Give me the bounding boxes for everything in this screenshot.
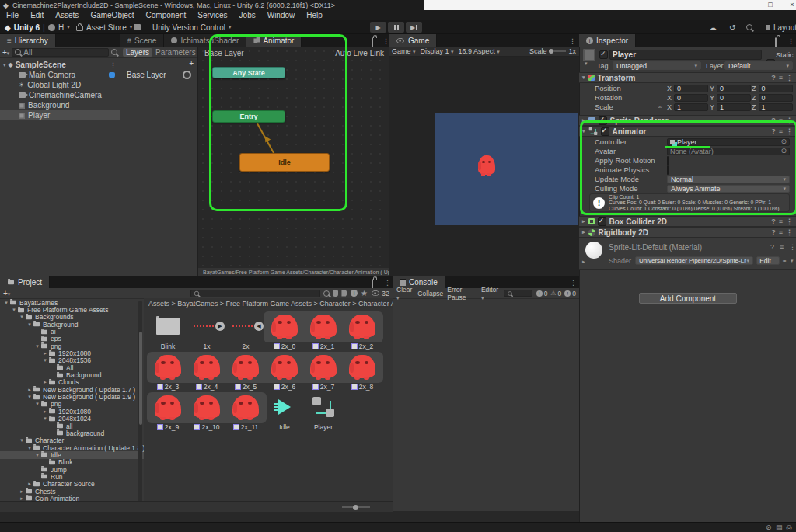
project-tree-item-background[interactable]: Background xyxy=(0,371,144,378)
project-tree-scrollbar[interactable] xyxy=(138,301,142,509)
hierarchy-item-player[interactable]: Player xyxy=(0,110,120,120)
axis-input[interactable]: 0 xyxy=(717,94,751,102)
label-icon[interactable] xyxy=(341,290,347,297)
game-view-mode-dropdown[interactable]: Game ▾ xyxy=(392,47,416,55)
maximize-button[interactable]: □ xyxy=(762,0,779,10)
asset-2x-7[interactable]: 2x_7 xyxy=(304,352,343,391)
project-tree-item-png[interactable]: ▾png xyxy=(0,401,144,408)
project-tree-item-character[interactable]: ▾Character xyxy=(0,437,144,444)
project-tree-item-free-platform-game-assets[interactable]: ▾Free Platform Game Assets xyxy=(0,306,144,313)
play-button[interactable]: ▶ xyxy=(370,22,386,33)
asset-2x-4[interactable]: 2x_4 xyxy=(187,352,226,391)
tag-dropdown[interactable]: Untagged▾ xyxy=(613,61,701,70)
menu-item-edit[interactable]: Edit xyxy=(30,11,44,19)
console-search-input[interactable] xyxy=(504,290,532,297)
layout-dropdown[interactable]: Layout▾ xyxy=(763,20,796,34)
help-icon[interactable]: ? xyxy=(771,116,776,124)
camera-toggle-icon[interactable] xyxy=(109,72,115,78)
presets-icon[interactable]: ≡ xyxy=(779,127,783,135)
menu-item-assets[interactable]: Assets xyxy=(55,11,79,19)
kebab-icon[interactable]: ⋮ xyxy=(786,228,793,236)
menu-item-gameobject[interactable]: GameObject xyxy=(90,11,134,19)
hierarchy-item-background[interactable]: Background xyxy=(0,100,120,110)
tab-scene[interactable]: #Scene xyxy=(120,34,164,47)
axis-input[interactable]: 1 xyxy=(759,103,793,111)
property-value[interactable] xyxy=(667,157,790,165)
project-tree-item-character-source[interactable]: ▸Character Source xyxy=(0,481,144,488)
project-tree-item-chests[interactable]: ▸Chests xyxy=(0,488,144,495)
project-tree-item-backgrounds[interactable]: ▾Backgrounds xyxy=(0,314,144,321)
property-value[interactable]: Normal▾ xyxy=(667,176,790,183)
project-tree-item-png[interactable]: ▾png xyxy=(0,342,144,349)
tab-hierarchy[interactable]: ≡Hierarchy xyxy=(0,34,56,47)
project-tree-item-character-animation-update-1-8-[interactable]: ▾Character Animation ( Update 1.8 ) xyxy=(0,444,144,451)
project-lock-icon[interactable] xyxy=(372,280,373,288)
asset-2x-9[interactable]: 2x_9 xyxy=(148,392,187,431)
static-caret[interactable]: ▾ xyxy=(788,52,791,58)
component-enabled-checkbox[interactable] xyxy=(598,217,606,226)
property-value[interactable]: Always Animate▾ xyxy=(667,185,790,193)
scale-slider[interactable]: Scale 1x xyxy=(529,47,576,55)
help-icon[interactable]: ? xyxy=(771,74,776,82)
project-tree-item-backgraound[interactable]: backgraound xyxy=(0,429,144,436)
project-tree-item-blink[interactable]: Blink xyxy=(0,459,144,466)
search-in-icon[interactable] xyxy=(323,290,330,297)
hidden-count[interactable]: 32 xyxy=(371,290,389,297)
menu-item-component[interactable]: Component xyxy=(146,11,187,19)
axis-input[interactable]: 0 xyxy=(759,85,793,92)
project-tree-item-clouds[interactable]: ▸Clouds xyxy=(0,379,144,386)
help-icon[interactable]: ? xyxy=(771,127,776,135)
account-button[interactable]: H▾ xyxy=(48,20,70,34)
state-node-entry[interactable]: Entry xyxy=(212,110,285,123)
hierarchy-item-global-light-2d[interactable]: ☀Global Light 2D xyxy=(0,80,120,90)
foldout-caret[interactable]: ▸ xyxy=(26,387,33,393)
presets-icon[interactable]: ≡ xyxy=(779,116,783,124)
project-tree-item-new-background-update-1-7-[interactable]: ▸New Background ( Update 1.7 ) xyxy=(0,386,144,393)
project-tree-item-all[interactable]: All xyxy=(0,364,144,371)
minimize-button[interactable]: — xyxy=(737,0,754,10)
console-error-pause-button[interactable]: Error Pause xyxy=(447,286,477,301)
add-component-button[interactable]: Add Component xyxy=(639,293,737,304)
menu-item-window[interactable]: Window xyxy=(267,11,295,19)
search-icon[interactable] xyxy=(746,20,752,34)
foldout-caret[interactable]: ▸ xyxy=(42,350,48,356)
object-picker-icon[interactable]: ⊙ xyxy=(780,138,787,145)
project-breadcrumb[interactable]: Assets > BayatGames > Free Platform Game… xyxy=(144,298,393,309)
notifications-muted-icon[interactable]: ⊘ xyxy=(766,523,772,531)
property-checkbox[interactable] xyxy=(667,165,669,175)
material-foldout-caret[interactable]: ▸ xyxy=(582,259,585,265)
axis-input[interactable]: 1 xyxy=(717,103,751,111)
shader-dropdown[interactable]: Universal Render Pipeline/2D/Sprite-Lit-… xyxy=(635,256,753,265)
shader-edit-button[interactable]: Edit... xyxy=(756,256,780,265)
tab-project[interactable]: Project xyxy=(0,276,50,288)
inspector-lock-icon[interactable] xyxy=(775,38,777,47)
hierarchy-search-input[interactable]: All xyxy=(12,48,109,57)
hierarchy-item-main-camera[interactable]: Main Camera xyxy=(0,70,120,80)
auto-live-link-button[interactable]: Auto Live Link xyxy=(335,49,384,57)
foldout-caret[interactable]: ▾ xyxy=(34,343,40,349)
sign-in-status-icon[interactable]: ◎ xyxy=(786,523,792,531)
axis-input[interactable]: 0 xyxy=(674,94,708,102)
menu-item-help[interactable]: Help xyxy=(306,11,323,19)
console-warning-count[interactable]: ⚠0 xyxy=(550,290,561,297)
axis-input[interactable]: 0 xyxy=(717,85,751,92)
link-icon[interactable]: ∞ xyxy=(658,103,662,110)
active-checkbox[interactable] xyxy=(599,50,608,59)
presets-icon[interactable]: ≡ xyxy=(779,74,783,82)
parameters-tab[interactable]: Parameters xyxy=(155,48,196,57)
asset-player[interactable]: Player xyxy=(304,392,343,431)
asset-2x-1[interactable]: 2x_1 xyxy=(304,311,343,350)
box-collider-header[interactable]: ▸ Box Collider 2D ? ≡ ⋮ xyxy=(579,216,796,227)
step-button[interactable]: ▶ xyxy=(406,22,422,33)
kebab-icon[interactable]: ⋮ xyxy=(786,74,793,82)
asset-store-button[interactable]: Asset Store▾ xyxy=(76,20,132,34)
project-tree-item-eps[interactable]: eps xyxy=(0,336,144,342)
project-tree-item-1920x1080[interactable]: ▸1920x1080 xyxy=(0,349,144,356)
project-tree-item-ai[interactable]: ai xyxy=(0,328,144,335)
project-menu-icon[interactable]: ⋮ xyxy=(384,279,391,287)
project-tree-item-2048x1536[interactable]: ▾2048x1536 xyxy=(0,357,144,364)
foldout-caret[interactable]: ▾ xyxy=(26,445,33,451)
aspect-dropdown[interactable]: 16:9 Aspect ▾ xyxy=(459,47,500,55)
hierarchy-create-button[interactable]: +▾ xyxy=(2,48,9,57)
component-enabled-checkbox[interactable] xyxy=(601,127,609,136)
